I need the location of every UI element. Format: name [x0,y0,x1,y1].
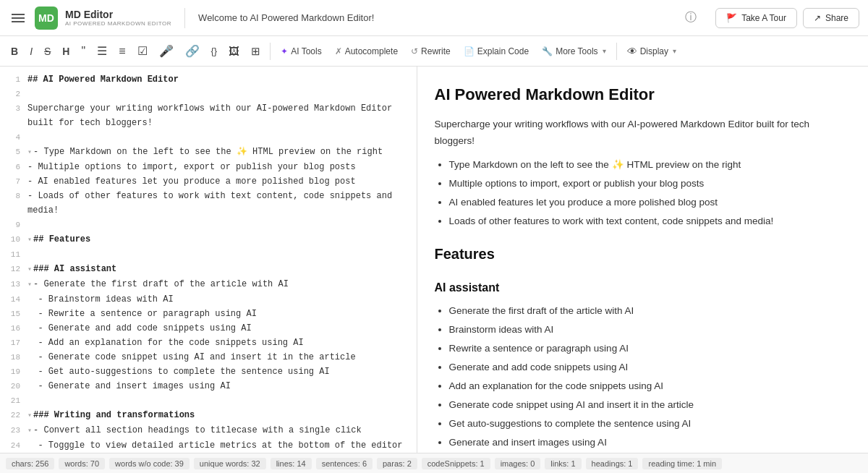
list-item: Multiple options to import, export or pu… [449,176,851,192]
line-content: - Add an explanation for the code snippe… [27,336,411,350]
editor-line: 1## AI Powered Markdown Editor [0,72,417,87]
line-number: 17 [6,336,27,350]
stat-images: images: 0 [495,458,541,469]
list-item: Brainstorm ideas with AI [449,322,851,338]
line-number: 13 [6,277,27,291]
line-number: 14 [6,292,27,307]
line-number: 5 [6,145,27,159]
line-number: 7 [6,174,27,189]
line-content: ▾## Features [27,232,411,247]
image-button[interactable]: 🖼 [224,41,244,61]
collapse-arrow[interactable]: ▾ [27,236,32,244]
line-content: - Brainstorm ideas with AI [27,292,411,307]
preview-intro: Supercharge your writing workflows with … [435,116,851,150]
bold-button[interactable]: B [6,41,23,61]
collapse-arrow[interactable]: ▾ [27,427,32,435]
line-content: ▾### AI assistant [27,262,411,277]
explain-code-button[interactable]: 📄 Explain Code [458,43,535,59]
line-number: 15 [6,307,27,321]
editor-line: 2 [0,87,417,101]
mic-button[interactable]: 🎤 [154,40,179,62]
line-content: - Generate and insert images using AI [27,379,411,393]
status-bar: chars: 256 words: 70 words w/o code: 39 … [0,453,868,473]
task-list-button[interactable]: ☑ [132,40,153,62]
list-item: AI enabled features let you produce a mo… [449,195,851,211]
list-item: Rewrite a sentence or paragraph using AI [449,341,851,357]
editor-line: 19 - Get auto-suggestions to complete th… [0,365,417,379]
preview-intro-bullets: Type Markdown on the left to see the ✨ H… [449,157,851,230]
list-item: Loads of other features to work with tex… [449,213,851,230]
collapse-arrow[interactable]: ▾ [27,412,32,419]
explain-label: Explain Code [477,46,529,56]
ai-tools-label: AI Tools [291,46,321,56]
editor-line: 5▾- Type Markdown on the left to see the… [0,145,417,160]
unordered-list-button[interactable]: ☰ [92,40,112,62]
preview-ai-title: AI assistant [435,278,851,297]
app-logo: MD [35,7,58,30]
line-number: 11 [6,247,27,262]
line-number: 23 [6,423,27,438]
code-button[interactable]: {} [206,41,223,61]
line-number: 8 [6,189,27,203]
editor-pane[interactable]: 1## AI Powered Markdown Editor23Supercha… [0,67,417,453]
list-item: Add an explanation for the code snippets… [449,378,851,395]
editor-line: 14 - Brainstorm ideas with AI [0,292,417,307]
autocomplete-button[interactable]: ✗ Autocomplete [329,43,404,59]
editor-line: 10▾## Features [0,232,417,247]
main-content: 1## AI Powered Markdown Editor23Supercha… [0,67,868,453]
take-tour-button[interactable]: 🚩 Take A Tour [715,8,797,28]
tour-label: Take A Tour [741,13,786,23]
italic-button[interactable]: I [25,41,38,61]
quote-button[interactable]: " [76,41,90,62]
line-number: 18 [6,350,27,365]
app-subtitle: AI POWERED MARKDOWN EDITOR [65,20,171,27]
editor-line: 24 - Togggle to view detailed article me… [0,438,417,453]
stat-links: links: 1 [545,458,581,469]
more-tools-button[interactable]: 🔧 More Tools ▾ [536,43,611,59]
line-content: - AI enabled features let you produce a … [27,174,411,189]
ai-tools-button[interactable]: ✦ AI Tools [275,43,327,59]
rewrite-button[interactable]: ↺ Rewrite [405,43,456,59]
preview-pane: AI Powered Markdown Editor Supercharge y… [417,67,869,453]
collapse-arrow[interactable]: ▾ [27,148,32,156]
app-name-group: MD Editor AI POWERED MARKDOWN EDITOR [65,9,171,27]
line-content: ## AI Powered Markdown Editor [27,72,411,87]
list-item: Type Markdown on the left to see the ✨ H… [449,157,851,174]
share-button[interactable]: ↗ Share [803,8,859,28]
ordered-list-button[interactable]: ≡ [114,41,130,62]
autocomplete-icon: ✗ [335,46,342,56]
display-label: Display [640,46,668,56]
table-button[interactable]: ⊞ [246,41,265,62]
editor-line: 17 - Add an explanation for the code sni… [0,336,417,350]
editor-line: 20 - Generate and insert images using AI [0,379,417,393]
stat-words: words: 70 [59,458,105,469]
line-number: 4 [6,130,27,145]
app-title: MD Editor [65,9,113,20]
stat-headings: headings: 1 [586,458,639,469]
strikethrough-button[interactable]: S [39,41,56,61]
editor-line: 3Supercharge your writing workflows with… [0,101,417,130]
toolbar-separator-2 [616,43,617,60]
line-content: ▾### Writing and transformations [27,408,411,423]
line-number: 10 [6,232,27,247]
line-content: Supercharge your writing workflows with … [27,101,411,130]
info-icon[interactable]: ⓘ [685,10,697,25]
header: MD MD Editor AI POWERED MARKDOWN EDITOR … [0,0,868,36]
display-button[interactable]: 👁 Display ▾ [621,43,682,60]
autocomplete-label: Autocomplete [345,46,398,56]
collapse-arrow[interactable]: ▾ [27,281,32,289]
line-content: - Get auto-suggestions to complete the s… [27,365,411,379]
line-number: 19 [6,365,27,379]
hamburger-menu[interactable] [9,11,27,25]
collapse-arrow[interactable]: ▾ [27,265,32,273]
preview-features-title: Features [435,242,851,266]
more-tools-icon: 🔧 [542,46,553,56]
list-item: Generate and add code snippets using AI [449,359,851,376]
header-actions: 🚩 Take A Tour ↗ Share [715,8,859,28]
stat-code-snippets: codeSnippets: 1 [422,458,490,469]
heading-button[interactable]: H [57,41,75,61]
stat-sentences: sentences: 6 [316,458,373,469]
link-button[interactable]: 🔗 [180,40,205,62]
line-content: - Generate and add code snippets using A… [27,321,411,336]
share-label: Share [825,13,848,23]
